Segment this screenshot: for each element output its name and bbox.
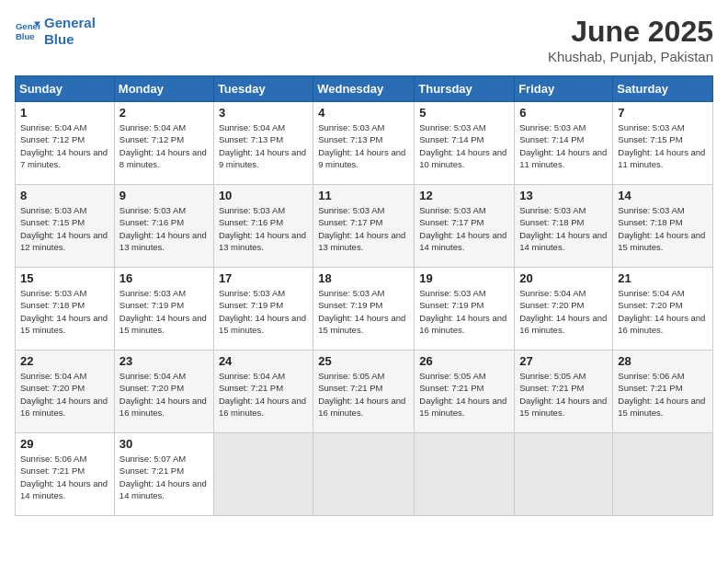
logo-line1: General [44, 15, 96, 30]
table-row: 22 Sunrise: 5:04 AMSunset: 7:20 PMDaylig… [16, 350, 115, 433]
table-row [613, 433, 713, 516]
table-row: 12 Sunrise: 5:03 AMSunset: 7:17 PMDaylig… [415, 185, 515, 268]
day-info: Sunrise: 5:03 AMSunset: 7:19 PMDaylight:… [219, 287, 308, 336]
day-number: 15 [20, 271, 109, 285]
calendar-table: Sunday Monday Tuesday Wednesday Thursday… [15, 75, 713, 516]
title-block: June 2025 Khushab, Punjab, Pakistan [548, 15, 713, 64]
day-number: 5 [419, 106, 509, 120]
table-row: 24 Sunrise: 5:04 AMSunset: 7:21 PMDaylig… [213, 350, 313, 433]
day-info: Sunrise: 5:04 AMSunset: 7:20 PMDaylight:… [519, 287, 608, 336]
day-number: 26 [419, 354, 509, 368]
day-number: 16 [119, 271, 209, 285]
day-info: Sunrise: 5:03 AMSunset: 7:19 PMDaylight:… [318, 287, 409, 336]
table-row: 16 Sunrise: 5:03 AMSunset: 7:19 PMDaylig… [114, 268, 213, 350]
table-row [415, 433, 515, 516]
table-row [313, 433, 415, 516]
day-number: 24 [219, 354, 308, 368]
table-row [213, 433, 313, 516]
day-number: 9 [119, 189, 209, 202]
calendar-row: 29 Sunrise: 5:06 AMSunset: 7:21 PMDaylig… [16, 433, 713, 516]
day-number: 20 [519, 271, 608, 285]
month-title: June 2025 [548, 15, 713, 49]
table-row: 5 Sunrise: 5:03 AMSunset: 7:14 PMDayligh… [415, 102, 515, 185]
table-row: 19 Sunrise: 5:03 AMSunset: 7:19 PMDaylig… [415, 268, 515, 350]
header-saturday: Saturday [613, 76, 713, 102]
day-number: 22 [20, 354, 109, 368]
table-row: 23 Sunrise: 5:04 AMSunset: 7:20 PMDaylig… [114, 350, 213, 433]
day-info: Sunrise: 5:07 AMSunset: 7:21 PMDaylight:… [119, 453, 209, 501]
day-number: 2 [119, 106, 209, 120]
page-header: General Blue General Blue June 2025 Khus… [15, 15, 713, 64]
calendar-row: 22 Sunrise: 5:04 AMSunset: 7:20 PMDaylig… [16, 350, 713, 433]
calendar-row: 15 Sunrise: 5:03 AMSunset: 7:18 PMDaylig… [16, 268, 713, 350]
header-sunday: Sunday [16, 76, 115, 102]
day-info: Sunrise: 5:03 AMSunset: 7:15 PMDaylight:… [20, 204, 109, 253]
day-info: Sunrise: 5:04 AMSunset: 7:20 PMDaylight:… [618, 287, 708, 336]
day-number: 11 [318, 189, 409, 202]
day-info: Sunrise: 5:03 AMSunset: 7:18 PMDaylight:… [20, 287, 109, 336]
table-row: 29 Sunrise: 5:06 AMSunset: 7:21 PMDaylig… [16, 433, 115, 516]
day-info: Sunrise: 5:06 AMSunset: 7:21 PMDaylight:… [618, 370, 708, 419]
table-row: 13 Sunrise: 5:03 AMSunset: 7:18 PMDaylig… [515, 185, 613, 268]
day-number: 3 [219, 106, 308, 120]
day-number: 13 [519, 189, 608, 202]
table-row: 6 Sunrise: 5:03 AMSunset: 7:14 PMDayligh… [515, 102, 613, 185]
logo-line2: Blue [44, 31, 74, 47]
table-row: 17 Sunrise: 5:03 AMSunset: 7:19 PMDaylig… [213, 268, 313, 350]
table-row: 8 Sunrise: 5:03 AMSunset: 7:15 PMDayligh… [16, 185, 115, 268]
logo-icon: General Blue [15, 18, 40, 44]
header-monday: Monday [114, 76, 213, 102]
day-info: Sunrise: 5:03 AMSunset: 7:14 PMDaylight:… [519, 121, 608, 170]
table-row: 18 Sunrise: 5:03 AMSunset: 7:19 PMDaylig… [313, 268, 415, 350]
day-number: 27 [519, 354, 608, 368]
day-info: Sunrise: 5:05 AMSunset: 7:21 PMDaylight:… [519, 370, 608, 419]
table-row [515, 433, 613, 516]
location: Khushab, Punjab, Pakistan [548, 49, 713, 64]
table-row: 4 Sunrise: 5:03 AMSunset: 7:13 PMDayligh… [313, 102, 415, 185]
day-number: 28 [618, 354, 708, 368]
header-wednesday: Wednesday [313, 76, 415, 102]
logo-text: General Blue [44, 15, 96, 48]
day-info: Sunrise: 5:03 AMSunset: 7:14 PMDaylight:… [419, 121, 509, 170]
table-row: 21 Sunrise: 5:04 AMSunset: 7:20 PMDaylig… [613, 268, 713, 350]
day-number: 17 [219, 271, 308, 285]
table-row: 10 Sunrise: 5:03 AMSunset: 7:16 PMDaylig… [213, 185, 313, 268]
day-info: Sunrise: 5:04 AMSunset: 7:12 PMDaylight:… [20, 121, 109, 170]
day-number: 12 [419, 189, 509, 202]
day-number: 1 [20, 106, 109, 120]
table-row: 3 Sunrise: 5:04 AMSunset: 7:13 PMDayligh… [213, 102, 313, 185]
table-row: 7 Sunrise: 5:03 AMSunset: 7:15 PMDayligh… [613, 102, 713, 185]
table-row: 25 Sunrise: 5:05 AMSunset: 7:21 PMDaylig… [313, 350, 415, 433]
day-info: Sunrise: 5:04 AMSunset: 7:20 PMDaylight:… [20, 370, 109, 419]
day-info: Sunrise: 5:03 AMSunset: 7:18 PMDaylight:… [618, 204, 708, 253]
day-info: Sunrise: 5:03 AMSunset: 7:17 PMDaylight:… [318, 204, 409, 253]
logo: General Blue General Blue [15, 15, 96, 48]
day-info: Sunrise: 5:03 AMSunset: 7:16 PMDaylight:… [119, 204, 209, 253]
table-row: 20 Sunrise: 5:04 AMSunset: 7:20 PMDaylig… [515, 268, 613, 350]
day-number: 29 [20, 437, 109, 451]
day-number: 30 [119, 437, 209, 451]
calendar-row: 1 Sunrise: 5:04 AMSunset: 7:12 PMDayligh… [16, 102, 713, 185]
table-row: 11 Sunrise: 5:03 AMSunset: 7:17 PMDaylig… [313, 185, 415, 268]
table-row: 2 Sunrise: 5:04 AMSunset: 7:12 PMDayligh… [114, 102, 213, 185]
table-row: 1 Sunrise: 5:04 AMSunset: 7:12 PMDayligh… [16, 102, 115, 185]
day-number: 21 [618, 271, 708, 285]
day-number: 25 [318, 354, 409, 368]
table-row: 9 Sunrise: 5:03 AMSunset: 7:16 PMDayligh… [114, 185, 213, 268]
header-tuesday: Tuesday [213, 76, 313, 102]
day-number: 14 [618, 189, 708, 202]
day-number: 19 [419, 271, 509, 285]
svg-text:Blue: Blue [16, 31, 35, 41]
day-info: Sunrise: 5:03 AMSunset: 7:18 PMDaylight:… [519, 204, 608, 253]
day-number: 18 [318, 271, 409, 285]
day-info: Sunrise: 5:03 AMSunset: 7:19 PMDaylight:… [419, 287, 509, 336]
day-info: Sunrise: 5:05 AMSunset: 7:21 PMDaylight:… [419, 370, 509, 419]
day-info: Sunrise: 5:04 AMSunset: 7:13 PMDaylight:… [219, 121, 308, 170]
table-row: 26 Sunrise: 5:05 AMSunset: 7:21 PMDaylig… [415, 350, 515, 433]
table-row: 30 Sunrise: 5:07 AMSunset: 7:21 PMDaylig… [114, 433, 213, 516]
day-info: Sunrise: 5:03 AMSunset: 7:17 PMDaylight:… [419, 204, 509, 253]
day-number: 10 [219, 189, 308, 202]
table-row: 27 Sunrise: 5:05 AMSunset: 7:21 PMDaylig… [515, 350, 613, 433]
header-friday: Friday [515, 76, 613, 102]
day-info: Sunrise: 5:03 AMSunset: 7:15 PMDaylight:… [618, 121, 708, 170]
